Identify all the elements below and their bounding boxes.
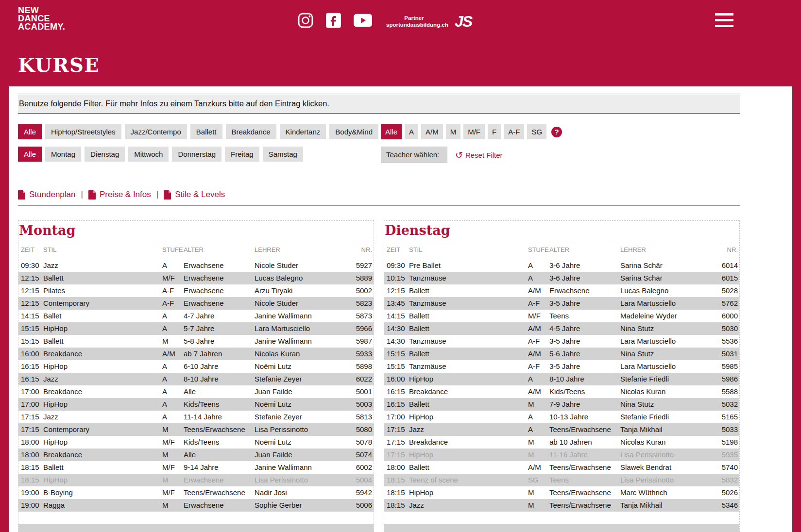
course-row[interactable]: 09:30Pre BalletA3-6 JahreSarina Schär601… — [384, 259, 739, 272]
style-filter-alle[interactable]: Alle — [18, 124, 42, 139]
level-filter-a-f[interactable]: A-F — [504, 124, 524, 139]
course-row[interactable]: 16:00HipHopA8-10 JahreStefanie Friedli59… — [384, 373, 739, 385]
cell-lehrer: Arzu Tiryaki — [255, 284, 344, 297]
course-row[interactable]: 17:15ContemporaryMTeens/ErwachseneLisa P… — [18, 423, 374, 436]
course-row[interactable]: 16:00BreakdanceA/Mab 7 JahrenNicolas Kur… — [18, 348, 374, 360]
day-filter-donnerstag[interactable]: Donnerstag — [172, 147, 222, 162]
course-row[interactable]: 16:15HipHopA6-10 JahreNoëmi Lutz5898 — [18, 360, 374, 373]
menu-icon[interactable] — [715, 13, 733, 27]
level-filter-alle[interactable]: Alle — [381, 124, 402, 139]
cell-stufe: A — [162, 398, 184, 411]
day-filter-dienstag[interactable]: Dienstag — [85, 147, 125, 162]
course-row[interactable]: 10:15TanzmäuseA3-6 JahreSarina Schär6015 — [384, 272, 739, 284]
course-row[interactable]: 18:00BreakdanceMAlleJuan Failde5074 — [18, 449, 374, 461]
level-filter-m-f[interactable]: M/F — [463, 124, 485, 139]
stile-levels-link[interactable]: Stile & Levels — [164, 190, 225, 200]
style-filter-hiphop-streetstyles[interactable]: HipHop/Streetstyles — [45, 124, 121, 139]
day-filter-freitag[interactable]: Freitag — [225, 147, 259, 162]
course-row[interactable]: 17:15JazzATeens/ErwachseneTanja Mikhail5… — [384, 423, 739, 436]
preise-infos-link[interactable]: Preise & Infos — [88, 190, 151, 200]
course-row[interactable]: 15:15BallettA/M5-6 JahreNina Stutz5031 — [384, 348, 739, 360]
course-row[interactable]: 13:45TanzmäuseA-F3-5 JahreLara Martuscie… — [384, 297, 739, 310]
teacher-select[interactable]: Teacher wählen: — [381, 147, 447, 163]
instagram-icon[interactable] — [297, 12, 314, 31]
cell-zeit: 09:30 — [384, 259, 409, 272]
course-row[interactable]: 17:15HipHopM11-16 JahreLisa Perissinotto… — [384, 449, 739, 461]
cell-stil: Contemporary — [43, 297, 162, 310]
cell-lehrer: Lisa Perissinotto — [255, 423, 344, 436]
course-row[interactable]: 09:30JazzAErwachseneNicole Studer5927 — [18, 259, 374, 272]
course-row[interactable]: 18:15HipHopMErwachseneLisa Perissinotto5… — [18, 474, 374, 486]
course-row[interactable]: 14:30TanzmäuseA-F3-5 JahreLara Martuscie… — [384, 335, 739, 348]
course-row[interactable]: 19:00RaggaMErwachseneSophie Gerber5006 — [18, 499, 374, 512]
style-filter-body-mind[interactable]: Body&Mind — [329, 124, 378, 139]
jugend-sport-logo[interactable]: JS — [455, 13, 472, 31]
course-row[interactable]: 16:15JazzA8-10 JahreStefanie Zeyer6022 — [18, 373, 374, 385]
course-row[interactable]: 15:15TanzmäuseA-F3-5 JahreLara Martuscie… — [384, 360, 739, 373]
course-row[interactable]: 17:00BreakdanceAAlleJuan Failde5001 — [18, 385, 374, 398]
cell-nr: 5898 — [344, 360, 374, 373]
course-table-montag: ZEIT STIL STUFE ALTER LEHRER NR. 09:30Ja… — [18, 242, 374, 512]
reset-filter-button[interactable]: ↺ Reset Filter — [455, 150, 503, 160]
level-filter-a-m[interactable]: A/M — [421, 124, 443, 139]
course-row[interactable]: 18:15HipHopMTeens/ErwachseneMarc Wüthric… — [384, 486, 739, 499]
style-filter-jazz-contempo[interactable]: Jazz/Contempo — [125, 124, 187, 139]
course-row[interactable]: 18:15Teenz of sceneSGTeensLisa Perissino… — [384, 474, 739, 486]
style-filter-kindertanz[interactable]: Kindertanz — [280, 124, 326, 139]
course-row[interactable]: 17:00HipHopAKids/TeensNoëmi Lutz5003 — [18, 398, 374, 411]
cell-lehrer: Stefanie Friedli — [620, 411, 710, 423]
course-row[interactable]: 14:15BalletA4-7 JahreJanine Wallimann587… — [18, 310, 374, 322]
day-filter-montag[interactable]: Montag — [45, 147, 81, 162]
cell-stil: Ballett — [409, 284, 528, 297]
cell-stufe: A — [162, 373, 184, 385]
site-logo[interactable]: NEW DANCE ACADEMY. — [18, 6, 65, 31]
cell-stil: HipHop — [43, 360, 162, 373]
course-row[interactable]: 12:15BallettM/FErwachseneLucas Balegno58… — [18, 272, 374, 284]
level-filter-m[interactable]: M — [446, 124, 461, 139]
course-row[interactable]: 17:15BreakdanceMab 10 JahrenNicolas Kura… — [384, 436, 739, 449]
intro-text: Benutze folgende Filter. Für mehr Infos … — [18, 94, 740, 114]
level-filter-f[interactable]: F — [488, 124, 501, 139]
course-row[interactable]: 14:30BallettA/M4-5 JahreNina Stutz5030 — [384, 322, 739, 335]
course-row[interactable]: 18:00HipHopM/FKids/TeensNoëmi Lutz5078 — [18, 436, 374, 449]
course-row[interactable]: 12:15BallettA/MErwachseneLucas Balegno50… — [384, 284, 739, 297]
youtube-icon[interactable] — [354, 14, 372, 29]
style-filter-ballett[interactable]: Ballett — [190, 124, 222, 139]
course-row[interactable]: 15:15HipHopA5-7 JahreLara Martusciello59… — [18, 322, 374, 335]
cell-zeit: 16:15 — [384, 385, 409, 398]
cell-stil: Ballett — [409, 322, 528, 335]
cell-alter: 3-6 Jahre — [549, 259, 620, 272]
facebook-icon[interactable] — [326, 13, 341, 30]
cell-stufe: A-F — [162, 297, 184, 310]
cell-stufe: A/M — [528, 284, 549, 297]
course-row[interactable]: 17:00HipHopA10-13 JahreStefanie Friedli5… — [384, 411, 739, 423]
course-row[interactable]: 14:15BallettM/FTeensMadeleine Wyder6000 — [384, 310, 739, 322]
course-row[interactable]: 18:15BallettM/F9-14 JahreJanine Walliman… — [18, 461, 374, 474]
cell-stil: Jazz — [409, 423, 528, 436]
course-row[interactable]: 15:15BallettM5-8 JahreJanine Wallimann59… — [18, 335, 374, 348]
day-filter-mittwoch[interactable]: Mittwoch — [128, 147, 169, 162]
menu-bar — [715, 19, 733, 21]
day-filter-alle[interactable]: Alle — [18, 147, 42, 162]
course-row[interactable]: 16:15BreakdanceA/MKids/TeensNicolas Kura… — [384, 385, 739, 398]
style-filter-breakdance[interactable]: Breakdance — [226, 124, 276, 139]
pdf-icon — [18, 190, 25, 200]
partner-block[interactable]: Partner sportundausbildung.ch — [386, 15, 442, 28]
course-row[interactable]: 18:15JazzMTeens/ErwachseneTanja Mikhail5… — [384, 499, 739, 512]
course-row[interactable]: 12:15PilatesA-FErwachseneArzu Tiryaki500… — [18, 284, 374, 297]
level-filter-sg[interactable]: SG — [527, 124, 546, 139]
menu-bar — [715, 13, 733, 16]
stundenplan-link[interactable]: Stundenplan — [18, 190, 75, 200]
course-row[interactable]: 17:15JazzA11-14 JahreStefanie Zeyer5813 — [18, 411, 374, 423]
help-icon[interactable]: ? — [551, 127, 562, 137]
course-row[interactable]: 12:15ContemporaryA-FErwachseneNicole Stu… — [18, 297, 374, 310]
cell-zeit: 19:00 — [18, 499, 43, 512]
cell-zeit: 10:15 — [384, 272, 409, 284]
day-filter-samstag[interactable]: Samstag — [263, 147, 303, 162]
cell-alter: 3-6 Jahre — [549, 272, 620, 284]
course-row[interactable]: 19:00B-BoyingM/FTeens/ErwachseneNadir Jo… — [18, 486, 374, 499]
page-title-band: KURSE — [0, 43, 801, 86]
course-row[interactable]: 18:00BallettA/MTeens/ErwachseneSlawek Be… — [384, 461, 739, 474]
course-row[interactable]: 16:15BallettM7-9 JahreNina Stutz5032 — [384, 398, 739, 411]
level-filter-a[interactable]: A — [405, 124, 418, 139]
